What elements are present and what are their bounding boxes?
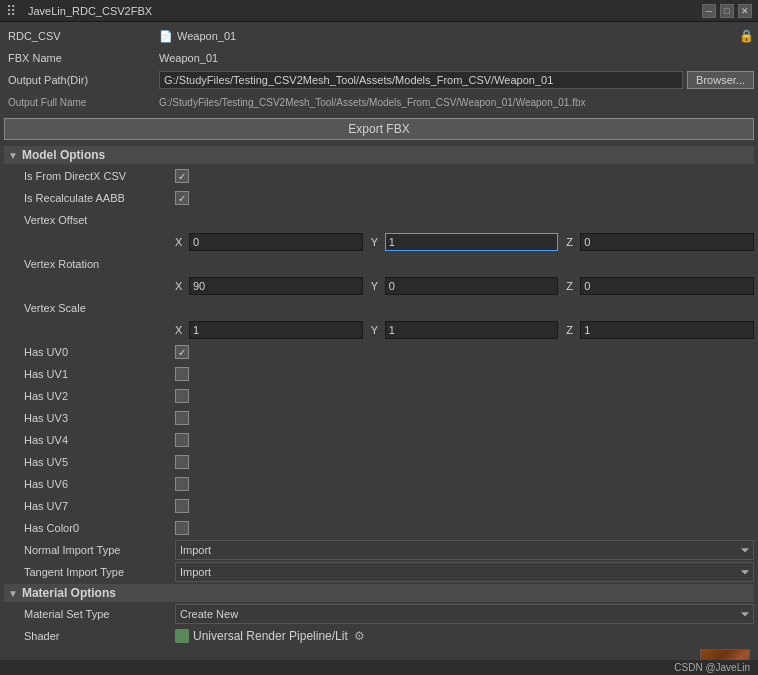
- browser-button[interactable]: Browser...: [687, 71, 754, 89]
- output-path-input[interactable]: [159, 71, 683, 89]
- title-bar-left: ⠿ JaveLin_RDC_CSV2FBX: [6, 3, 152, 19]
- output-fullname-value: G:/StudyFiles/Testing_CSV2Mesh_Tool/Asse…: [159, 97, 754, 108]
- vertex-scale-y-label: Y: [371, 324, 383, 336]
- rdc-csv-row: RDC_CSV 📄 Weapon_01 🔒: [4, 26, 754, 46]
- vertex-scale-z-label: Z: [566, 324, 578, 336]
- tangent-import-type-label: Tangent Import Type: [20, 566, 175, 578]
- vertex-offset-label-row: Vertex Offset: [4, 210, 754, 230]
- uv-channel-7-label: Has UV7: [20, 500, 175, 512]
- shader-label: Shader: [20, 630, 175, 642]
- uv-channel-2-row: Has UV2: [4, 386, 754, 406]
- has-color0-label: Has Color0: [20, 522, 175, 534]
- menu-dots-icon[interactable]: ⠿: [6, 3, 16, 19]
- vertex-scale-x-input[interactable]: [189, 321, 363, 339]
- recalculate-aabb-label: Is Recalculate AABB: [20, 192, 175, 204]
- normal-import-type-select[interactable]: Import Calculate None: [175, 540, 754, 560]
- model-options-arrow-icon: ▼: [8, 150, 18, 161]
- shader-value-row: Universal Render Pipeline/Lit ⚙: [175, 628, 754, 644]
- uv-channel-1-checkbox[interactable]: [175, 367, 189, 381]
- vertex-scale-label-row: Vertex Scale: [4, 298, 754, 318]
- close-button[interactable]: ✕: [738, 4, 752, 18]
- rdc-csv-label: RDC_CSV: [4, 30, 159, 42]
- uv-channel-0-row: Has UV0: [4, 342, 754, 362]
- uv-channel-7-checkbox[interactable]: [175, 499, 189, 513]
- uv-channel-4-label: Has UV4: [20, 434, 175, 446]
- fbx-name-row: FBX Name Weapon_01: [4, 48, 754, 68]
- vertex-rotation-y-label: Y: [371, 280, 383, 292]
- uv-channel-6-row: Has UV6: [4, 474, 754, 494]
- output-fullname-label: Output Full Name: [4, 97, 159, 108]
- uv-channel-5-row: Has UV5: [4, 452, 754, 472]
- model-options-title: Model Options: [22, 148, 105, 162]
- material-options-arrow-icon: ▼: [8, 588, 18, 599]
- directx-csv-row: Is From DirectX CSV: [4, 166, 754, 186]
- vertex-scale-x-label: X: [175, 324, 187, 336]
- vertex-rotation-xyz-group: X Y Z: [175, 277, 754, 295]
- vertex-rotation-z-input[interactable]: [580, 277, 754, 295]
- vertex-offset-y-input[interactable]: [385, 233, 559, 251]
- rdc-csv-value: Weapon_01: [177, 30, 739, 42]
- material-set-type-row: Material Set Type Create New Use Existin…: [4, 604, 754, 624]
- material-set-type-select[interactable]: Create New Use Existing: [175, 604, 754, 624]
- vertex-rotation-x-input[interactable]: [189, 277, 363, 295]
- uv-channel-1-label: Has UV1: [20, 368, 175, 380]
- vertex-offset-z-label: Z: [566, 236, 578, 248]
- uv-channel-0-checkbox[interactable]: [175, 345, 189, 359]
- model-options-header[interactable]: ▼ Model Options: [4, 146, 754, 164]
- has-color0-checkbox[interactable]: [175, 521, 189, 535]
- vertex-rotation-label: Vertex Rotation: [20, 258, 175, 270]
- material-options-header[interactable]: ▼ Material Options: [4, 584, 754, 602]
- file-icon: 📄: [159, 30, 173, 43]
- uv-channel-3-label: Has UV3: [20, 412, 175, 424]
- uv-channel-5-checkbox[interactable]: [175, 455, 189, 469]
- vertex-scale-label: Vertex Scale: [20, 302, 175, 314]
- tangent-import-type-select[interactable]: Import Calculate None: [175, 562, 754, 582]
- uv-channel-4-checkbox[interactable]: [175, 433, 189, 447]
- shader-value: Universal Render Pipeline/Lit: [193, 629, 348, 643]
- uv-channel-2-label: Has UV2: [20, 390, 175, 402]
- output-path-row: Output Path(Dir) Browser...: [4, 70, 754, 90]
- vertex-offset-label: Vertex Offset: [20, 214, 175, 226]
- recalculate-aabb-checkbox[interactable]: [175, 191, 189, 205]
- bottom-bar: CSDN @JaveLin: [0, 660, 758, 675]
- lock-icon: 🔒: [739, 29, 754, 43]
- vertex-offset-x-label: X: [175, 236, 187, 248]
- fbx-name-value: Weapon_01: [159, 52, 754, 64]
- vertex-scale-xyz-group: X Y Z: [175, 321, 754, 339]
- material-options-title: Material Options: [22, 586, 116, 600]
- maximize-button[interactable]: □: [720, 4, 734, 18]
- vertex-scale-xyz-row: X Y Z: [4, 320, 754, 340]
- directx-csv-checkbox[interactable]: [175, 169, 189, 183]
- output-path-label: Output Path(Dir): [4, 74, 159, 86]
- uv-channel-3-checkbox[interactable]: [175, 411, 189, 425]
- uv-channel-5-label: Has UV5: [20, 456, 175, 468]
- tangent-import-type-row: Tangent Import Type Import Calculate Non…: [4, 562, 754, 582]
- title-bar: ⠿ JaveLin_RDC_CSV2FBX ─ □ ✕: [0, 0, 758, 22]
- shader-settings-icon[interactable]: ⚙: [352, 628, 368, 644]
- vertex-offset-xyz-row: X Y Z: [4, 232, 754, 252]
- vertex-offset-x-input[interactable]: [189, 233, 363, 251]
- directx-csv-label: Is From DirectX CSV: [20, 170, 175, 182]
- normal-import-type-row: Normal Import Type Import Calculate None: [4, 540, 754, 560]
- fbx-name-label: FBX Name: [4, 52, 159, 64]
- output-fullname-row: Output Full Name G:/StudyFiles/Testing_C…: [4, 92, 754, 112]
- vertex-scale-z-input[interactable]: [580, 321, 754, 339]
- content-area: RDC_CSV 📄 Weapon_01 🔒 FBX Name Weapon_01…: [0, 22, 758, 675]
- material-set-type-label: Material Set Type: [20, 608, 175, 620]
- vertex-offset-z-input[interactable]: [580, 233, 754, 251]
- uv-channel-3-row: Has UV3: [4, 408, 754, 428]
- vertex-scale-y-input[interactable]: [385, 321, 559, 339]
- title-bar-controls: ─ □ ✕: [702, 4, 752, 18]
- window-title: JaveLin_RDC_CSV2FBX: [28, 5, 152, 17]
- vertex-rotation-y-input[interactable]: [385, 277, 559, 295]
- uv-channel-4-row: Has UV4: [4, 430, 754, 450]
- main-content: RDC_CSV 📄 Weapon_01 🔒 FBX Name Weapon_01…: [0, 22, 758, 675]
- uv-channel-2-checkbox[interactable]: [175, 389, 189, 403]
- uv-channel-6-checkbox[interactable]: [175, 477, 189, 491]
- export-fbx-button[interactable]: Export FBX: [4, 118, 754, 140]
- vertex-rotation-x-label: X: [175, 280, 187, 292]
- minimize-button[interactable]: ─: [702, 4, 716, 18]
- uv-channel-7-row: Has UV7: [4, 496, 754, 516]
- normal-import-type-label: Normal Import Type: [20, 544, 175, 556]
- vertex-offset-y-label: Y: [371, 236, 383, 248]
